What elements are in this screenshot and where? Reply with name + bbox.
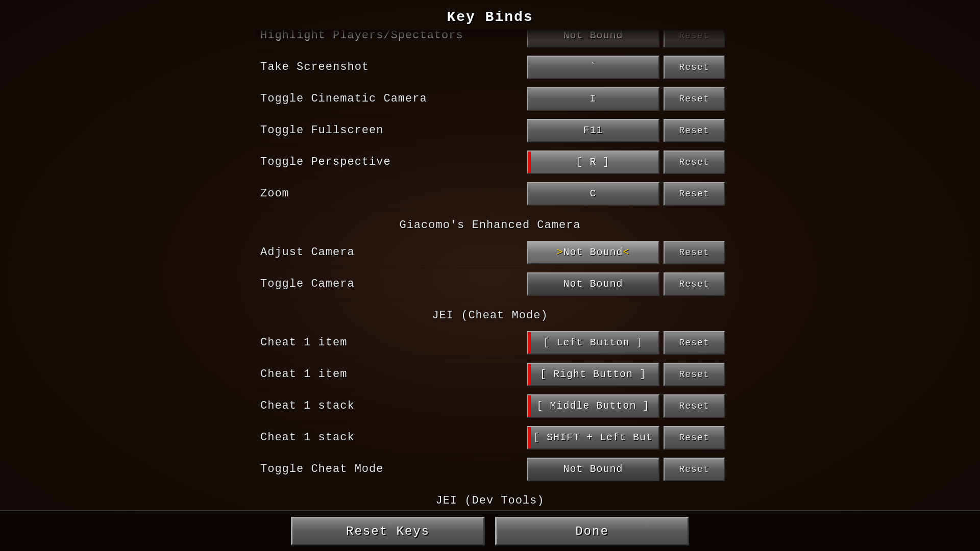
reset-button[interactable]: Reset [664, 426, 725, 449]
keybind-label: Take Screenshot [255, 61, 527, 73]
reset-button[interactable]: Reset [664, 56, 725, 79]
section-header: Giacomo's Enhanced Camera [255, 210, 725, 237]
binding-wrapper: [ SHIFT + Left But [527, 426, 659, 449]
table-row: Cheat 1 item[ Right Button ]Reset [255, 359, 725, 390]
table-row: Adjust Camera> Not Bound <Reset [255, 237, 725, 268]
table-row: Cheat 1 stack[ Middle Button ]Reset [255, 390, 725, 422]
keybind-label: Cheat 1 item [255, 336, 527, 349]
table-row: Toggle Cheat ModeNot BoundReset [255, 454, 725, 485]
reset-button[interactable]: Reset [664, 87, 725, 111]
binding-button[interactable]: [ Right Button ] [527, 363, 659, 386]
reset-button[interactable]: Reset [664, 394, 725, 418]
top-fade [255, 30, 725, 40]
reset-wrapper: Reset [664, 331, 725, 355]
table-row: Toggle Perspective[ R ]Reset [255, 146, 725, 178]
reset-wrapper: Reset [664, 458, 725, 481]
binding-button[interactable]: [ R ] [527, 151, 659, 174]
keybind-label: Cheat 1 stack [255, 431, 527, 444]
reset-wrapper: Reset [664, 151, 725, 174]
keybind-label: Toggle Fullscreen [255, 124, 527, 137]
done-button[interactable]: Done [495, 517, 689, 545]
reset-button[interactable]: Reset [664, 119, 725, 142]
binding-button[interactable]: [ Left Button ] [527, 331, 659, 355]
keybind-label: Toggle Camera [255, 278, 527, 290]
binding-wrapper: [ Left Button ] [527, 331, 659, 355]
table-row: Cheat 1 stack[ SHIFT + Left ButReset [255, 422, 725, 454]
main-container: Key Binds Highlight Players/SpectatorsNo… [0, 0, 980, 551]
binding-button[interactable]: ` [527, 56, 659, 79]
section-header: JEI (Cheat Mode) [255, 300, 725, 327]
binding-wrapper: [ Right Button ] [527, 363, 659, 386]
table-row: Cheat 1 item[ Left Button ]Reset [255, 327, 725, 359]
binding-wrapper: [ Middle Button ] [527, 394, 659, 418]
reset-wrapper: Reset [664, 272, 725, 296]
binding-button[interactable]: Not Bound [527, 272, 659, 296]
binding-button[interactable]: Not Bound [527, 458, 659, 481]
section-header: JEI (Dev Tools) [255, 485, 725, 512]
binding-button[interactable]: C [527, 182, 659, 206]
binding-wrapper: ` [527, 56, 659, 79]
keybind-label: Adjust Camera [255, 246, 527, 259]
reset-button[interactable]: Reset [664, 458, 725, 481]
reset-button[interactable]: Reset [664, 331, 725, 355]
reset-wrapper: Reset [664, 394, 725, 418]
reset-wrapper: Reset [664, 241, 725, 264]
keybind-label: Zoom [255, 187, 527, 200]
binding-wrapper: [ R ] [527, 151, 659, 174]
binding-button[interactable]: F11 [527, 119, 659, 142]
table-row: ZoomCReset [255, 178, 725, 210]
binding-wrapper: I [527, 87, 659, 111]
binding-button[interactable]: > Not Bound < [527, 241, 659, 264]
keybind-label: Cheat 1 item [255, 368, 527, 381]
reset-button[interactable]: Reset [664, 363, 725, 386]
reset-wrapper: Reset [664, 119, 725, 142]
binding-wrapper: > Not Bound < [527, 241, 659, 264]
table-row: Toggle FullscreenF11Reset [255, 115, 725, 146]
reset-button[interactable]: Reset [664, 151, 725, 174]
reset-keys-button[interactable]: Reset Keys [291, 517, 485, 545]
binding-button[interactable]: [ SHIFT + Left But [527, 426, 659, 449]
binding-button[interactable]: [ Middle Button ] [527, 394, 659, 418]
binding-wrapper: Not Bound [527, 272, 659, 296]
keybind-label: Toggle Cheat Mode [255, 463, 527, 475]
binding-wrapper: C [527, 182, 659, 206]
binding-button[interactable]: I [527, 87, 659, 111]
table-row: Toggle CameraNot BoundReset [255, 268, 725, 300]
reset-wrapper: Reset [664, 87, 725, 111]
keybind-label: Cheat 1 stack [255, 399, 527, 412]
reset-button[interactable]: Reset [664, 182, 725, 206]
reset-button[interactable]: Reset [664, 241, 725, 264]
keybind-label: Toggle Perspective [255, 156, 527, 168]
page-title: Key Binds [0, 0, 980, 30]
table-row: Toggle Cinematic CameraIReset [255, 83, 725, 115]
keybind-label: Toggle Cinematic Camera [255, 92, 527, 105]
reset-wrapper: Reset [664, 426, 725, 449]
reset-wrapper: Reset [664, 363, 725, 386]
reset-wrapper: Reset [664, 56, 725, 79]
binding-wrapper: Not Bound [527, 458, 659, 481]
binding-wrapper: F11 [527, 119, 659, 142]
table-row: Take Screenshot`Reset [255, 52, 725, 83]
bottom-bar: Reset Keys Done [0, 510, 980, 551]
reset-wrapper: Reset [664, 182, 725, 206]
reset-button[interactable]: Reset [664, 272, 725, 296]
